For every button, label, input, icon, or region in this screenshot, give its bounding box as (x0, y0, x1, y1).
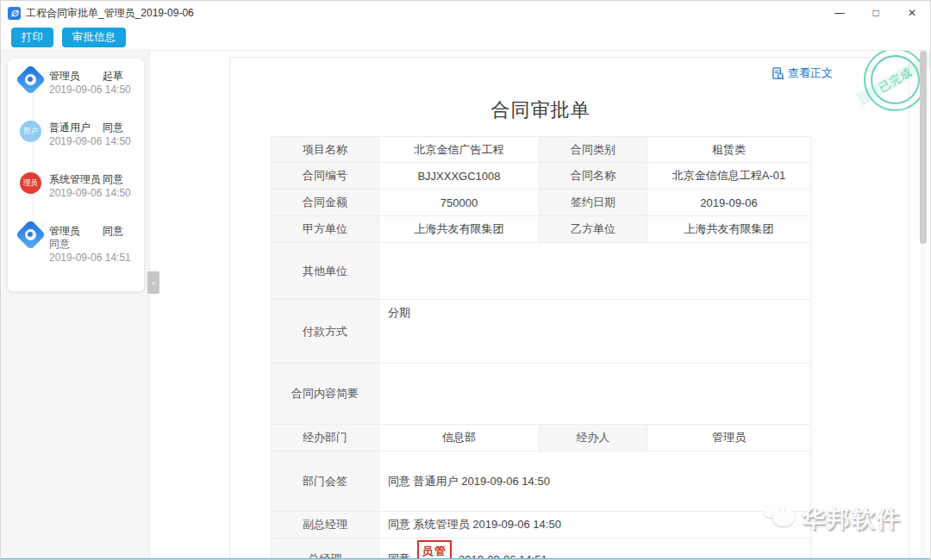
titlebar: ∅ 工程合同审批单_管理员_2019-09-06 — □ ✕ (1, 1, 930, 25)
field-value (379, 364, 811, 425)
approval-status: 起草 (103, 69, 123, 83)
table-row: 其他单位 (272, 243, 811, 300)
approval-entry: 用户 普通用户 同意 2019-09-06 14:50 (15, 121, 137, 153)
user-avatar: 用户 (20, 121, 41, 142)
form-title: 合同审批单 (271, 97, 810, 123)
content-area: 查看正文 合同审批单 项目名称 北京金信广告工程 合同类别 租赁类 合同编号 B… (1, 51, 930, 560)
table-row: 付款方式 分期 (272, 300, 811, 364)
field-label: 乙方单位 (540, 216, 647, 243)
completed-stamp-text: 已完成 (876, 64, 915, 96)
approval-status: 同意 (103, 121, 123, 134)
field-value (379, 243, 811, 300)
view-text-link[interactable]: 查看正文 (772, 65, 833, 81)
field-value: 租赁类 (647, 137, 811, 163)
field-label: 项目名称 (272, 137, 379, 163)
window-title: 工程合同审批单_管理员_2019-09-06 (26, 6, 194, 21)
field-value: 同意 系统管理员 2019-09-06 14:50 (379, 512, 811, 538)
approval-history-panel: 管理员 起草 2019-09-06 14:50 用户 普通用户 同意 2019-… (8, 59, 144, 291)
field-value: 上海共友有限集团 (647, 216, 811, 243)
scrollbar-thumb[interactable] (920, 51, 927, 244)
completed-stamp: 已完成 (864, 51, 927, 111)
approval-time: 2019-09-06 14:50 (49, 83, 137, 96)
sidebar-collapse-handle[interactable]: ‹ (147, 271, 159, 294)
brand-watermark: 华邦软件 (764, 503, 902, 534)
table-row: 甲方单位 上海共友有限集团 乙方单位 上海共友有限集团 (272, 216, 811, 243)
approval-info-button[interactable]: 审批信息 (62, 28, 126, 47)
approval-entry: 管理员 同意 同意 2019-09-06 14:51 (15, 224, 137, 264)
view-text-label: 查看正文 (788, 65, 833, 81)
approval-entry: 理员 系统管理员 同意 2019-09-06 14:50 (15, 172, 137, 205)
field-label: 经办部门 (272, 425, 379, 451)
field-value: 2019-09-06 (647, 190, 811, 216)
approval-entry: 管理员 起草 2019-09-06 14:50 (15, 69, 137, 102)
field-label: 经办人 (540, 425, 647, 451)
field-value: 分期 (379, 300, 811, 364)
document-card: 查看正文 合同审批单 项目名称 北京金信广告工程 合同类别 租赁类 合同编号 B… (229, 57, 909, 560)
main-panel: 查看正文 合同审批单 项目名称 北京金信广告工程 合同类别 租赁类 合同编号 B… (149, 51, 930, 560)
minimize-button[interactable]: — (822, 1, 858, 25)
table-row: 经办部门 信息部 经办人 管理员 (272, 425, 811, 451)
approver-name: 系统管理员 (49, 172, 103, 186)
table-row: 合同金额 750000 签约日期 2019-09-06 (272, 190, 811, 216)
toolbar: 打印 审批信息 (1, 25, 930, 51)
field-label: 总经理 (272, 538, 379, 560)
vertical-scrollbar[interactable] (920, 51, 927, 560)
timeline-line (33, 84, 34, 238)
table-row: 合同内容简要 (272, 364, 811, 425)
field-value: 750000 (379, 190, 540, 216)
wechat-icon (764, 506, 795, 532)
chevron-left-icon: ‹ (152, 277, 155, 288)
field-label: 甲方单位 (272, 216, 379, 243)
approval-time: 2019-09-06 14:51 (49, 251, 137, 264)
approval-time: 2019-09-06 14:50 (49, 186, 137, 200)
field-label: 部门会签 (272, 451, 379, 512)
table-row: 项目名称 北京金信广告工程 合同类别 租赁类 (272, 137, 811, 163)
approver-name: 管理员 (49, 69, 103, 83)
contract-table: 项目名称 北京金信广告工程 合同类别 租赁类 合同编号 BJJXXXGC1008… (271, 136, 811, 560)
field-value: 管理员 (647, 425, 811, 451)
table-row: 部门会签 同意 普通用户 2019-09-06 14:50 (272, 451, 811, 512)
field-value: 信息部 (379, 425, 540, 451)
app-window: ∅ 工程合同审批单_管理员_2019-09-06 — □ ✕ 打印 审批信息 (0, 0, 931, 560)
field-label: 合同内容简要 (272, 364, 379, 425)
field-value: 上海共友有限集团 (379, 216, 540, 243)
field-value: 同意 普通用户 2019-09-06 14:50 (379, 451, 811, 512)
field-label: 合同金额 (272, 190, 379, 216)
admin-avatar: 理员 (20, 172, 41, 194)
field-value: BJJXXXGC1008 (379, 163, 540, 190)
field-label: 签约日期 (540, 190, 647, 216)
app-icon: ∅ (8, 7, 21, 20)
table-row: 合同编号 BJJXXXGC1008 合同名称 北京金信信息工程A-01 (272, 163, 811, 190)
red-seal-stamp: 员管印理 (417, 540, 452, 560)
company-logo-avatar (16, 65, 46, 95)
approval-status: 同意 (103, 172, 123, 186)
approver-name: 管理员 (49, 224, 103, 238)
company-logo-avatar (16, 220, 46, 250)
document-search-icon (772, 67, 784, 80)
field-value: 北京金信广告工程 (379, 137, 540, 163)
approval-comment: 同意 (49, 238, 137, 251)
approval-status: 同意 (103, 224, 123, 238)
field-label: 副总经理 (272, 512, 379, 538)
brand-watermark-text: 华邦软件 (802, 503, 902, 534)
field-label: 其他单位 (272, 243, 379, 300)
field-label: 合同类别 (540, 137, 647, 163)
field-label: 付款方式 (272, 300, 379, 364)
close-button[interactable]: ✕ (894, 1, 930, 25)
approver-name: 普通用户 (49, 121, 103, 134)
field-label: 合同编号 (272, 163, 379, 190)
field-label: 合同名称 (540, 163, 647, 190)
window-controls: — □ ✕ (822, 1, 930, 25)
field-value: 同意 员管印理 2019-09-06 14:51 (379, 538, 811, 560)
table-row: 副总经理 同意 系统管理员 2019-09-06 14:50 (272, 512, 811, 538)
field-value: 北京金信信息工程A-01 (647, 163, 811, 190)
approval-time: 2019-09-06 14:50 (49, 134, 137, 148)
table-row: 总经理 同意 员管印理 2019-09-06 14:51 (272, 538, 811, 560)
maximize-button[interactable]: □ (858, 1, 894, 25)
print-button[interactable]: 打印 (11, 28, 53, 47)
